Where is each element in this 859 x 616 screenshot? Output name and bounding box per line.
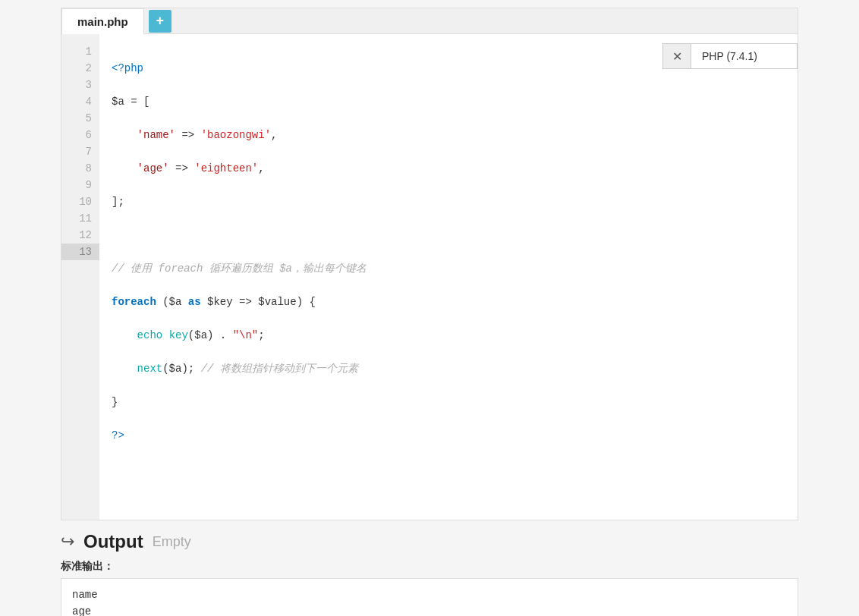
code-line-13 (112, 460, 785, 477)
stdout-label: 标准输出： (61, 560, 798, 574)
php-controls: ✕ PHP (7.4.1) (662, 43, 798, 69)
code-line-12: ?> (112, 427, 785, 444)
line-num-13: 13 (61, 244, 99, 260)
code-line-8: foreach ($a as $key => $value) { (112, 294, 785, 310)
line-num-2: 2 (61, 60, 99, 77)
code-line-11: } (112, 394, 785, 410)
output-section: ↪ Output Empty 标准输出： name age CSDN @baoz… (61, 531, 798, 616)
editor-body: 1 2 3 4 5 6 7 8 9 10 11 12 13 <?php $a =… (61, 34, 798, 520)
output-header: ↪ Output Empty (61, 531, 798, 552)
line-num-9: 9 (61, 177, 99, 193)
line-num-4: 4 (61, 93, 99, 110)
output-empty-badge: Empty (153, 534, 191, 550)
code-line-4: 'age' => 'eighteen', (112, 160, 785, 177)
code-content[interactable]: <?php $a = [ 'name' => 'baozongwi', 'age… (99, 34, 798, 520)
stdout-line-2: age (72, 603, 787, 616)
line-num-7: 7 (61, 143, 99, 160)
code-line-5: ]; (112, 193, 785, 210)
close-button[interactable]: ✕ (662, 43, 691, 69)
add-tab-button[interactable]: + (149, 10, 171, 33)
line-num-11: 11 (61, 210, 99, 227)
code-line-3: 'name' => 'baozongwi', (112, 127, 785, 143)
line-num-1: 1 (61, 43, 99, 60)
output-icon: ↪ (61, 532, 74, 552)
line-num-8: 8 (61, 160, 99, 177)
line-num-3: 3 (61, 77, 99, 93)
line-num-6: 6 (61, 127, 99, 143)
line-numbers: 1 2 3 4 5 6 7 8 9 10 11 12 13 (61, 34, 99, 520)
tab-main-php[interactable]: main.php (61, 8, 144, 34)
line-num-10: 10 (61, 193, 99, 210)
php-version-selector[interactable]: PHP (7.4.1) (691, 43, 798, 69)
code-line-9: echo key($a) . "\n"; (112, 327, 785, 344)
code-line-6 (112, 227, 785, 244)
editor-container: main.php + 1 2 3 4 5 6 7 8 9 10 11 12 13… (61, 8, 798, 520)
code-line-7: // 使用 foreach 循环遍历数组 $a，输出每个键名 (112, 260, 785, 277)
code-line-2: $a = [ (112, 93, 785, 110)
stdout-box: name age (61, 578, 798, 616)
line-num-5: 5 (61, 110, 99, 127)
code-line-10: next($a); // 将数组指针移动到下一个元素 (112, 360, 785, 377)
line-num-12: 12 (61, 227, 99, 244)
stdout-line-1: name (72, 586, 787, 603)
output-title: Output (83, 531, 143, 552)
tab-bar: main.php + (61, 8, 798, 34)
